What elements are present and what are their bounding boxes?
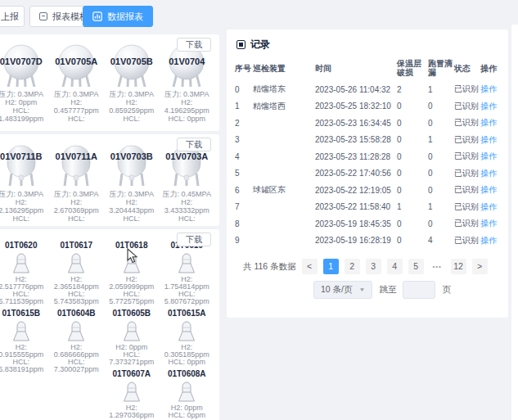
tank-reading-line: H2: bbox=[104, 98, 160, 106]
tank-graphic: 01V0703B bbox=[104, 144, 160, 188]
cell-leak: 0 bbox=[428, 186, 454, 195]
tank-reading-line: HCL: 0ppm bbox=[160, 115, 215, 123]
cell-device: 精馏塔西 bbox=[253, 101, 315, 112]
cell-seq: 0 bbox=[235, 85, 253, 94]
cell-insulation: 0 bbox=[397, 219, 428, 228]
row-action-link[interactable]: 操作 bbox=[480, 201, 500, 213]
tank-column: 01V0704压力: 0.3MPAH2:4.196295ppmHCL: 0ppm bbox=[160, 44, 215, 123]
table-row: 92023-05-19 16:28:1904已识别操作 bbox=[235, 233, 500, 250]
page-size-value: 10 条/页 bbox=[321, 284, 353, 296]
tank-card[interactable]: 01T0617H2:2.365184ppmHCL:5.743583ppm bbox=[49, 241, 105, 305]
tank-card[interactable]: 01V0711A压力: 0.3MPAH2:2.670369ppmHCL: bbox=[49, 144, 105, 223]
tank-reading-line: 3.433332ppm bbox=[160, 206, 215, 215]
download-button[interactable]: 下载 bbox=[177, 38, 211, 52]
small-tank-icon bbox=[8, 318, 34, 342]
cell-insulation: 0 bbox=[397, 102, 428, 111]
page-ellipsis[interactable]: ••• bbox=[430, 259, 445, 274]
tank-graphic bbox=[49, 318, 105, 342]
tank-graphic bbox=[160, 379, 215, 403]
page-button-1[interactable]: 1 bbox=[323, 259, 339, 274]
tank-card[interactable]: 01V0705B压力: 0.3MPAH2:0.859259ppmHCL: bbox=[104, 44, 160, 123]
tank-card[interactable]: 01T0605BH2: 0ppmHCL:7.373271ppm bbox=[104, 309, 160, 366]
row-action-link[interactable]: 操作 bbox=[480, 84, 500, 95]
total-count: 共 116 条数据 bbox=[243, 261, 296, 273]
row-action-link[interactable]: 操作 bbox=[480, 168, 500, 179]
tank-reading-line: 0.859259ppm bbox=[104, 106, 160, 115]
row-action-link[interactable]: 操作 bbox=[480, 117, 500, 129]
cell-status: 已识别 bbox=[454, 235, 480, 246]
cell-status: 已识别 bbox=[454, 134, 480, 146]
cell-time: 2023-05-22 12:19:05 bbox=[315, 186, 397, 195]
cell-device: 精馏塔东 bbox=[253, 84, 315, 95]
tank-card[interactable]: 01T0620H2:2.517776ppmHCL:5.711539ppm bbox=[0, 241, 49, 305]
tank-label: 01T0615A bbox=[160, 309, 215, 318]
tank-card[interactable]: 01T0619H2:1.754814ppmHCL:5.807672ppm bbox=[160, 241, 215, 305]
tank-reading-line: H2: bbox=[104, 198, 160, 206]
page-button-2[interactable]: 2 bbox=[345, 259, 360, 274]
data-report-button[interactable]: 数据报表 bbox=[83, 6, 153, 27]
page-button-3[interactable]: 3 bbox=[366, 259, 381, 274]
cell-status: 已识别 bbox=[454, 218, 480, 229]
tank-card[interactable]: 01T0607AH2:1.297036ppmHCL: 0ppm bbox=[104, 369, 160, 420]
row-action-link[interactable]: 操作 bbox=[480, 235, 500, 246]
tank-card[interactable]: 01T0615AH2:0.305185ppmHCL: 0ppm bbox=[160, 309, 215, 366]
tank-reading-line: 压力: 0.3MPA bbox=[160, 90, 215, 98]
cell-seq: 7 bbox=[235, 202, 253, 211]
tank-label: 01T0620 bbox=[0, 241, 49, 250]
tank-label: 01T0607A bbox=[104, 369, 160, 378]
tank-reading-line: 5.772575ppm bbox=[104, 298, 160, 305]
cell-status: 已识别 bbox=[454, 84, 480, 95]
tank-card[interactable]: 01V0705A压力: 0.3MPAH2:0.457777ppmHCL: bbox=[49, 44, 105, 123]
tank-label: 01V0707D bbox=[0, 56, 52, 66]
cell-leak: 0 bbox=[428, 119, 454, 128]
jump-to-label: 跳至 bbox=[379, 284, 396, 296]
cell-time: 2023-05-23 16:34:45 bbox=[315, 119, 397, 128]
row-action-link[interactable]: 操作 bbox=[480, 101, 500, 112]
page-size-select[interactable]: 10 条/页 ▼ bbox=[313, 281, 372, 299]
tank-label: 01T0605B bbox=[104, 309, 160, 318]
sphere-tank-icon bbox=[0, 44, 43, 88]
tank-card[interactable]: 01V0711B压力: 0.3MPAH2:2.136295ppmHCL: bbox=[0, 144, 49, 223]
tank-reading-line: 压力: 0.3MPA bbox=[0, 190, 49, 198]
download-button[interactable]: 下载 bbox=[177, 138, 211, 151]
tank-card[interactable]: 01T0608AH2: 0ppmHCL: 0ppm bbox=[160, 369, 215, 419]
tank-card[interactable]: 01V0704压力: 0.3MPAH2:4.196295ppmHCL: 0ppm bbox=[160, 44, 215, 123]
tank-card[interactable]: 01T0615BH2:0.915555ppmHCL:5.838191ppm bbox=[0, 309, 49, 373]
sphere-tank-icon bbox=[110, 44, 154, 88]
tank-label: 01T0608A bbox=[160, 369, 215, 378]
tank-card[interactable]: 01V0703A压力: 0.45MPAH2:3.433332ppmHCL: bbox=[160, 144, 215, 223]
tank-readings: 压力: 0.3MPAH2:0.457777ppmHCL: bbox=[49, 90, 105, 123]
cell-leak: 1 bbox=[428, 85, 454, 94]
tank-card[interactable]: 01T0604BH2:0.686666ppmHCL:7.300027ppm bbox=[49, 309, 105, 373]
tank-reading-line: 1.483199ppm bbox=[0, 115, 49, 123]
jump-page-input[interactable] bbox=[403, 281, 435, 299]
tank-card[interactable]: 01V0707D压力: 0.3MPAH2: 0ppmHCL:1.483199pp… bbox=[0, 44, 49, 123]
row-action-link[interactable]: 操作 bbox=[480, 134, 500, 146]
next-page-button[interactable]: > bbox=[472, 259, 488, 274]
row-action-link[interactable]: 操作 bbox=[480, 218, 500, 229]
download-button[interactable]: 下载 bbox=[177, 233, 211, 246]
cell-time: 2023-05-22 11:58:40 bbox=[315, 202, 397, 211]
cell-leak: 4 bbox=[428, 236, 454, 245]
table-row: 32023-05-23 15:58:2801已识别操作 bbox=[235, 132, 500, 149]
row-action-link[interactable]: 操作 bbox=[480, 151, 500, 162]
tank-label: 01T0604B bbox=[49, 309, 105, 318]
tank-readings: H2:2.517776ppmHCL:5.711539ppm bbox=[0, 276, 49, 305]
record-panel: 记录 序号 巡检装置 时间 保温层破损 跑冒滴漏 状态 操作 0精馏塔东2023… bbox=[227, 29, 508, 318]
prev-page-button[interactable]: < bbox=[302, 259, 318, 274]
col-header-insulation: 保温层破损 bbox=[397, 59, 428, 77]
page-button-12[interactable]: 12 bbox=[451, 259, 466, 274]
tank-column: 01T0617H2:2.365184ppmHCL:5.743583ppm01T0… bbox=[49, 241, 105, 420]
upload-button[interactable]: 上报 bbox=[0, 6, 25, 27]
cell-insulation: 0 bbox=[397, 186, 428, 195]
tank-graphic bbox=[160, 318, 215, 342]
cell-time: 2023-05-25 18:32:10 bbox=[315, 102, 397, 111]
tank-reading-line: 5.838191ppm bbox=[0, 366, 49, 373]
tank-card[interactable]: 01V0703B压力: 0.3MPAH2:3.204443ppmHCL: bbox=[104, 144, 160, 223]
col-header-leak: 跑冒滴漏 bbox=[428, 59, 454, 77]
row-action-link[interactable]: 操作 bbox=[480, 184, 500, 196]
tank-reading-line: 5.807672ppm bbox=[160, 298, 215, 305]
page-button-4[interactable]: 4 bbox=[387, 259, 403, 274]
tank-graphic bbox=[0, 251, 49, 274]
page-button-5[interactable]: 5 bbox=[408, 259, 424, 274]
